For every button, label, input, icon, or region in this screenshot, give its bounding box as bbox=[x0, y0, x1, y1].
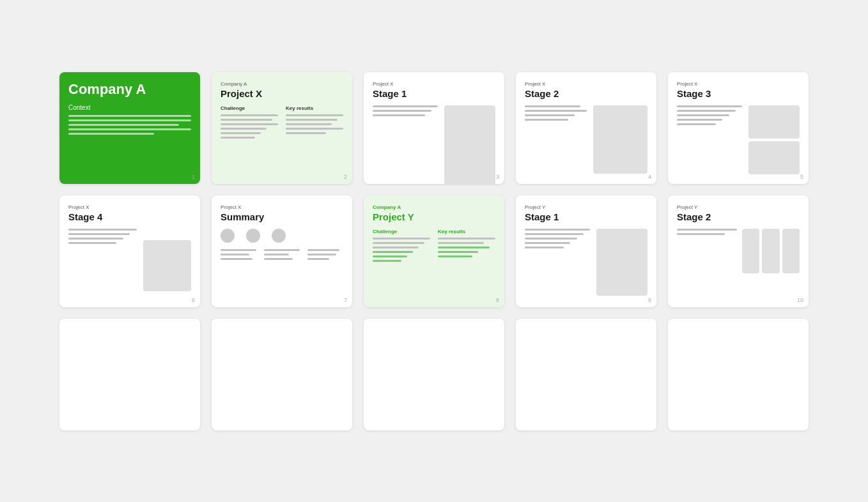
line bbox=[68, 119, 191, 121]
slide-10-title: Stage 2 bbox=[677, 211, 800, 222]
stage6-text bbox=[68, 229, 137, 291]
slide-2-cols: Challenge Key results bbox=[221, 105, 343, 141]
slide-2[interactable]: Company A Project X Challenge Key result… bbox=[212, 72, 352, 184]
slide-6-number: 6 bbox=[192, 297, 195, 303]
col2-label: Key results bbox=[286, 105, 343, 111]
summary-col-2 bbox=[264, 249, 300, 262]
slide-8-title: Project Y bbox=[373, 211, 495, 222]
slide-7-small-label: Project X bbox=[221, 204, 343, 210]
slide-5[interactable]: Project X Stage 3 5 bbox=[668, 72, 809, 184]
slide-2-title: Project X bbox=[221, 88, 343, 99]
line bbox=[68, 133, 154, 135]
slide-4-title: Stage 2 bbox=[525, 88, 647, 99]
stage5-images bbox=[748, 105, 800, 174]
circle-3 bbox=[272, 229, 286, 243]
line bbox=[68, 124, 179, 126]
slide-6[interactable]: Project X Stage 4 6 bbox=[59, 195, 200, 307]
stage5-text bbox=[677, 105, 742, 174]
col8-keyresults: Key results bbox=[438, 229, 495, 264]
slide-1-number: 1 bbox=[192, 174, 195, 180]
slide-9-small-label: Project Y bbox=[525, 204, 647, 210]
stage10-top bbox=[677, 229, 800, 273]
stage4-layout bbox=[525, 105, 647, 174]
slide-8-number: 8 bbox=[496, 297, 499, 303]
stage4-image bbox=[593, 105, 647, 174]
summary-col-3 bbox=[307, 249, 343, 262]
line bbox=[68, 128, 191, 130]
slide-2-small-label: Company A bbox=[221, 81, 343, 87]
slide-12[interactable] bbox=[212, 319, 352, 430]
slides-grid: Company A Context 1 Company A Project X … bbox=[34, 47, 834, 456]
stage4-text bbox=[525, 105, 587, 174]
slide-8-cols: Challenge Key results bbox=[373, 229, 495, 264]
slide-10[interactable]: Project Y Stage 2 10 bbox=[668, 195, 809, 307]
circle-1 bbox=[221, 229, 235, 243]
stage10-img1 bbox=[742, 229, 759, 273]
slide-1-label: Context bbox=[68, 104, 191, 111]
slide-9-number: 9 bbox=[648, 297, 651, 303]
slide-10-number: 10 bbox=[797, 297, 803, 303]
stage3-image bbox=[444, 105, 495, 184]
stage5-img-bottom bbox=[748, 141, 800, 174]
summary-circles bbox=[221, 229, 343, 243]
slide-11[interactable] bbox=[59, 319, 200, 430]
stage9-image bbox=[596, 229, 647, 296]
slide-10-small-label: Project Y bbox=[677, 204, 800, 210]
col8-label2: Key results bbox=[438, 229, 495, 234]
slide-7-number: 7 bbox=[344, 297, 347, 303]
slide-1-lines bbox=[68, 115, 191, 135]
slide-3-title: Stage 1 bbox=[373, 88, 495, 99]
slide-6-small-label: Project X bbox=[68, 204, 191, 210]
stage6-image bbox=[143, 240, 191, 291]
slide-7[interactable]: Project X Summary 7 bbox=[212, 195, 352, 307]
col1-label: Challenge bbox=[221, 105, 278, 111]
stage3-layout bbox=[373, 105, 495, 184]
summary-col-1 bbox=[221, 249, 256, 262]
slide-9[interactable]: Project Y Stage 1 9 bbox=[516, 195, 656, 307]
col8-challenge: Challenge bbox=[373, 229, 430, 264]
slide-4-small-label: Project X bbox=[525, 81, 647, 87]
stage3-left bbox=[373, 105, 438, 184]
slide-5-title: Stage 3 bbox=[677, 88, 800, 99]
stage9-layout bbox=[525, 229, 647, 296]
slide-5-number: 5 bbox=[800, 174, 803, 180]
stage10-img2 bbox=[762, 229, 779, 273]
slide-13[interactable] bbox=[364, 319, 504, 430]
slide-3-number: 3 bbox=[496, 174, 499, 180]
slide-1[interactable]: Company A Context 1 bbox=[59, 72, 200, 184]
stage6-layout bbox=[68, 229, 191, 291]
slide-8-small-label: Company A bbox=[373, 204, 495, 210]
slide-5-small-label: Project X bbox=[677, 81, 800, 87]
slide-8[interactable]: Company A Project Y Challenge Key result… bbox=[364, 195, 504, 307]
stage5-layout bbox=[677, 105, 800, 174]
stage10-text bbox=[677, 229, 737, 273]
slide-7-title: Summary bbox=[221, 211, 343, 222]
slide-4-number: 4 bbox=[648, 174, 651, 180]
slide-3[interactable]: Project X Stage 1 3 bbox=[364, 72, 504, 184]
slide-6-title: Stage 4 bbox=[68, 211, 191, 222]
slide-9-title: Stage 1 bbox=[525, 211, 647, 222]
stage9-text bbox=[525, 229, 590, 296]
circle-2 bbox=[246, 229, 260, 243]
stage10-img3 bbox=[782, 229, 800, 273]
slide-1-title: Company A bbox=[68, 81, 191, 98]
stage5-img-top bbox=[748, 105, 800, 139]
summary-rows bbox=[221, 249, 343, 262]
slide-14[interactable] bbox=[516, 319, 656, 430]
col-challenge: Challenge bbox=[221, 105, 278, 141]
col8-label1: Challenge bbox=[373, 229, 430, 234]
col-keyresults: Key results bbox=[286, 105, 343, 141]
slide-2-number: 2 bbox=[344, 174, 347, 180]
stage10-images bbox=[742, 229, 800, 273]
slide-4[interactable]: Project X Stage 2 4 bbox=[516, 72, 656, 184]
slide-3-small-label: Project X bbox=[373, 81, 495, 87]
line bbox=[68, 115, 191, 117]
slide-15[interactable] bbox=[668, 319, 809, 430]
